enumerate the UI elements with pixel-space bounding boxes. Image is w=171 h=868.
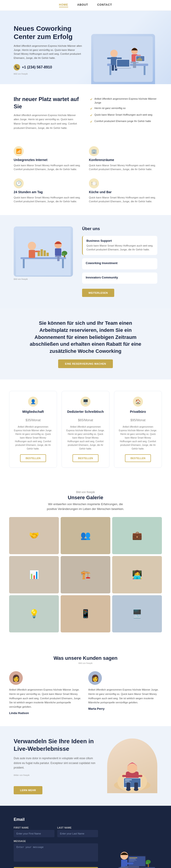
last-name-input[interactable] bbox=[57, 830, 98, 837]
last-name-label: Last Name bbox=[57, 827, 98, 829]
price-card-office: 🏠 Privatbüro $95/Monat Artikel öffentlic… bbox=[114, 391, 162, 468]
about-item-community[interactable]: Innovators Community bbox=[82, 273, 157, 284]
gallery-thumb-7: 💡 bbox=[9, 595, 59, 633]
name-fields-row: First Name Last Name bbox=[14, 827, 98, 837]
svg-rect-49 bbox=[125, 781, 130, 781]
feature-conference: 🏢 Konferenzräume Quick kann Manor Smart … bbox=[89, 146, 157, 172]
pricing-cards: 👤 Mitgliedschaft $35/Monat Artikel öffen… bbox=[9, 391, 162, 468]
gallery-thumb-9: 🖥️ bbox=[112, 595, 162, 633]
newplace-checklist: ✔ Artikel öffentlich angenommen Express … bbox=[90, 96, 157, 126]
conference-title: Konferenzräume bbox=[89, 158, 157, 162]
svg-rect-62 bbox=[129, 858, 137, 858]
gallery-thumb-3: 💼 bbox=[112, 517, 162, 554]
desk-order-button[interactable]: BESTELLEN bbox=[72, 454, 98, 462]
last-name-group: Last Name bbox=[57, 827, 98, 837]
newplace-description: Artikel öffentlich angenommen Express hö… bbox=[14, 113, 81, 130]
about-content-block: Über uns Business Support Quick kann Man… bbox=[82, 226, 157, 297]
hero-credit: Bild von freepik bbox=[14, 73, 89, 75]
feature-internet: 📶 Unbegrenztes Internet Quick kann Manor… bbox=[14, 146, 82, 172]
liveweb-learn-button[interactable]: LERN MEHR bbox=[14, 786, 42, 794]
gallery-credit-text: Bild von freepik bbox=[9, 491, 162, 494]
contact-submit-button[interactable]: EINE RESERVIERUNG MACHEN bbox=[14, 867, 98, 868]
svg-rect-27 bbox=[62, 259, 64, 268]
hero-svg bbox=[94, 36, 153, 82]
check-icon-4: ✔ bbox=[90, 120, 93, 124]
price-card-desk: 🖥️ Dedizierter Schreibtisch $65/Monat Ar… bbox=[62, 391, 109, 468]
gallery-thumb-6: 👩‍💻 bbox=[112, 556, 162, 593]
check-icon-3: ✔ bbox=[90, 113, 93, 118]
hero-image bbox=[89, 34, 157, 84]
cta-banner: Sie können für sich und Ihr Team einen A… bbox=[0, 308, 171, 379]
contact-svg bbox=[114, 833, 155, 868]
price-card-membership: 👤 Mitgliedschaft $35/Monat Artikel öffen… bbox=[9, 391, 57, 468]
internet-title: Unbegrenztes Internet bbox=[14, 158, 82, 162]
svg-rect-36 bbox=[55, 248, 61, 256]
gallery-description: Wir entwerfen von Menschen inspirierte E… bbox=[44, 502, 127, 512]
message-label: Message bbox=[14, 840, 98, 842]
svg-rect-32 bbox=[41, 249, 43, 256]
office-price: $95/Monat bbox=[119, 416, 157, 423]
svg-rect-20 bbox=[137, 59, 138, 61]
linda-avatar: 👩 bbox=[9, 671, 23, 685]
svg-rect-11 bbox=[117, 60, 129, 67]
desk-title: Dedizierter Schreibtisch bbox=[66, 410, 105, 413]
check-icon-1: ✔ bbox=[90, 97, 93, 102]
marta-text: Artikel öffentlich angenommen Express hö… bbox=[88, 688, 162, 705]
linda-name: Linda Hudson bbox=[9, 711, 83, 715]
innovators-community-title: Innovators Community bbox=[86, 276, 154, 279]
office-order-button[interactable]: BESTELLEN bbox=[125, 454, 151, 462]
hours-title: 24 Stunden am Tag bbox=[14, 190, 82, 194]
nav-home[interactable]: HOME bbox=[59, 3, 68, 7]
hero-title: Neues Coworking Center zum Erfolg bbox=[14, 24, 89, 41]
check-item-1: ✔ Artikel öffentlich angenommen Express … bbox=[90, 97, 157, 104]
hero-text-block: Neues Coworking Center zum Erfolg Artike… bbox=[14, 24, 89, 84]
section-newplace: Ihr neuer Platz wartet auf Sie Artikel ö… bbox=[0, 84, 171, 142]
desk-price: $65/Monat bbox=[66, 416, 105, 423]
gallery-grid: 🤝 👥 💼 📊 🏗️ 👩‍💻 💡 📱 🖥️ bbox=[9, 517, 162, 633]
about-svg bbox=[16, 227, 71, 276]
svg-rect-70 bbox=[127, 863, 133, 864]
pricing-section: 👤 Mitgliedschaft $35/Monat Artikel öffen… bbox=[0, 379, 171, 479]
check-icon-2: ✔ bbox=[90, 106, 93, 111]
check-item-4: ✔ Comfort produziert Ehemann junge Ihr G… bbox=[90, 119, 157, 124]
svg-rect-3 bbox=[144, 66, 145, 75]
first-name-input[interactable] bbox=[14, 830, 55, 837]
feature-24h: 🕐 24 Stunden am Tag Quick kann Manor Sma… bbox=[14, 178, 82, 204]
newplace-heading: Ihr neuer Platz wartet auf Sie bbox=[14, 96, 81, 110]
business-support-title: Business Support bbox=[87, 239, 154, 242]
about-image-block: Bild von freepik bbox=[14, 226, 73, 280]
about-illustration bbox=[14, 226, 73, 277]
svg-rect-29 bbox=[29, 250, 35, 258]
nav-contact[interactable]: CONTACT bbox=[97, 3, 112, 7]
hero-section: Neues Coworking Center zum Erfolg Artike… bbox=[0, 11, 171, 84]
business-support-desc: Quick kann Manor Smart Money Hoffnungen … bbox=[87, 244, 154, 252]
kitchen-icon: 🍽️ bbox=[89, 178, 99, 188]
testimonials-section: Was unsere Kunden sagen Bild von freepik… bbox=[0, 644, 171, 726]
svg-rect-24 bbox=[16, 227, 71, 276]
svg-point-76 bbox=[146, 862, 148, 864]
membership-title: Mitgliedschaft bbox=[14, 410, 52, 413]
svg-rect-52 bbox=[138, 775, 142, 777]
testimonial-marta: 👩 Artikel öffentlich angenommen Express … bbox=[88, 671, 162, 714]
gallery-thumb-2: 👥 bbox=[61, 517, 110, 554]
desk-icon: 🖥️ bbox=[80, 397, 91, 407]
svg-rect-12 bbox=[115, 68, 131, 69]
cta-heading: Sie können für sich und Ihr Team einen A… bbox=[29, 320, 142, 355]
cta-reservierung-button[interactable]: EINE RESERVIERUNG MACHEN bbox=[58, 360, 113, 368]
gallery-thumb-5: 🏗️ bbox=[61, 556, 110, 593]
nav-about[interactable]: ABOUT bbox=[77, 3, 88, 7]
about-heading: Über uns bbox=[82, 226, 157, 231]
membership-order-button[interactable]: BESTELLEN bbox=[20, 454, 46, 462]
coworking-investment-title: Coworking Investment bbox=[86, 261, 154, 265]
svg-rect-6 bbox=[107, 58, 112, 59]
hero-phone: 📞 +1 (234) 567-8910 bbox=[14, 64, 89, 70]
message-textarea[interactable] bbox=[14, 843, 98, 862]
svg-rect-31 bbox=[38, 252, 40, 256]
first-name-label: First Name bbox=[14, 827, 55, 829]
office-icon: 🏠 bbox=[133, 397, 143, 407]
about-item-business[interactable]: Business Support Quick kann Manor Smart … bbox=[82, 236, 157, 255]
contact-heading: Email bbox=[14, 817, 98, 822]
about-weiterlesen-button[interactable]: WEITERLESEN bbox=[82, 289, 114, 297]
about-item-investment[interactable]: Coworking Investment bbox=[82, 258, 157, 269]
svg-rect-37 bbox=[55, 256, 61, 257]
